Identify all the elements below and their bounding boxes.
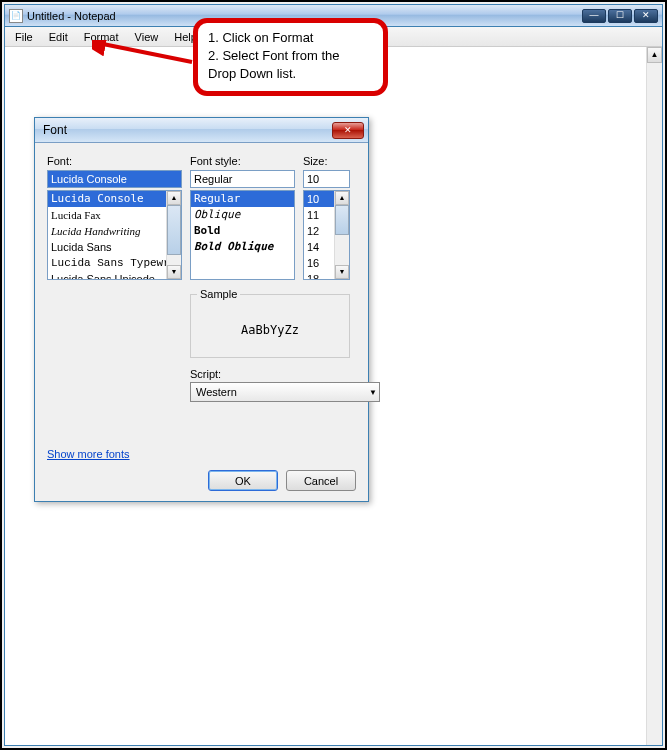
arrow-annotation — [92, 40, 197, 68]
sample-label: Sample — [197, 288, 240, 300]
list-item[interactable]: Bold Oblique — [191, 239, 294, 255]
style-input[interactable] — [190, 170, 295, 188]
dialog-body: Font: Lucida Console Lucida Fax Lucida H… — [35, 143, 368, 501]
style-label: Font style: — [190, 155, 295, 167]
scroll-down-icon[interactable]: ▼ — [335, 265, 349, 279]
size-listbox[interactable]: 10 11 12 14 16 18 20 ▲ ▼ — [303, 190, 350, 280]
instruction-callout: 1. Click on Format 2. Select Font from t… — [193, 18, 388, 96]
menu-edit[interactable]: Edit — [41, 29, 76, 45]
font-dialog: Font ✕ Font: Lucida Console Lucida Fax L… — [34, 117, 369, 502]
font-input[interactable] — [47, 170, 182, 188]
script-value: Western — [196, 386, 237, 398]
scroll-up-icon[interactable]: ▲ — [335, 191, 349, 205]
list-item[interactable]: Lucida Sans Typewri — [48, 255, 181, 271]
scroll-up-icon[interactable]: ▲ — [167, 191, 181, 205]
scrollbar-vertical[interactable]: ▲ — [646, 47, 662, 745]
chevron-down-icon: ▼ — [369, 388, 377, 397]
notepad-icon: 📄 — [9, 9, 23, 23]
listbox-scrollbar[interactable]: ▲ ▼ — [166, 191, 181, 279]
window-controls: — ☐ ✕ — [582, 9, 658, 23]
dialog-title: Font — [43, 123, 332, 137]
instruction-line-3: Drop Down list. — [208, 65, 373, 83]
scroll-down-icon[interactable]: ▼ — [167, 265, 181, 279]
list-item[interactable]: Regular — [191, 191, 294, 207]
scroll-up-icon[interactable]: ▲ — [647, 47, 662, 63]
list-item[interactable]: Bold — [191, 223, 294, 239]
svg-line-0 — [98, 43, 192, 62]
scroll-thumb[interactable] — [335, 205, 349, 235]
list-item[interactable]: Lucida Fax — [48, 207, 181, 223]
sample-group: Sample AaBbYyZz — [190, 294, 350, 358]
cancel-button[interactable]: Cancel — [286, 470, 356, 491]
style-listbox[interactable]: Regular Oblique Bold Bold Oblique — [190, 190, 295, 280]
ok-button[interactable]: OK — [208, 470, 278, 491]
sample-text: AaBbYyZz — [197, 309, 343, 351]
minimize-button[interactable]: — — [582, 9, 606, 23]
scroll-thumb[interactable] — [167, 205, 181, 255]
instruction-line-2: 2. Select Font from the — [208, 47, 373, 65]
list-item[interactable]: Lucida Handwriting — [48, 223, 181, 239]
menu-file[interactable]: File — [7, 29, 41, 45]
instruction-line-1: 1. Click on Format — [208, 29, 373, 47]
list-item[interactable]: Lucida Sans — [48, 239, 181, 255]
maximize-button[interactable]: ☐ — [608, 9, 632, 23]
list-item[interactable]: Oblique — [191, 207, 294, 223]
list-item[interactable]: Lucida Console — [48, 191, 181, 207]
close-button[interactable]: ✕ — [634, 9, 658, 23]
size-input[interactable] — [303, 170, 350, 188]
dialog-titlebar[interactable]: Font ✕ — [35, 118, 368, 143]
font-listbox[interactable]: Lucida Console Lucida Fax Lucida Handwri… — [47, 190, 182, 280]
list-item[interactable]: Lucida Sans Unicode — [48, 271, 181, 280]
size-label: Size: — [303, 155, 350, 167]
script-label: Script: — [190, 368, 356, 380]
dialog-close-button[interactable]: ✕ — [332, 122, 364, 139]
script-select[interactable]: Western ▼ — [190, 382, 380, 402]
show-more-fonts-link[interactable]: Show more fonts — [47, 448, 130, 460]
font-label: Font: — [47, 155, 182, 167]
listbox-scrollbar[interactable]: ▲ ▼ — [334, 191, 349, 279]
